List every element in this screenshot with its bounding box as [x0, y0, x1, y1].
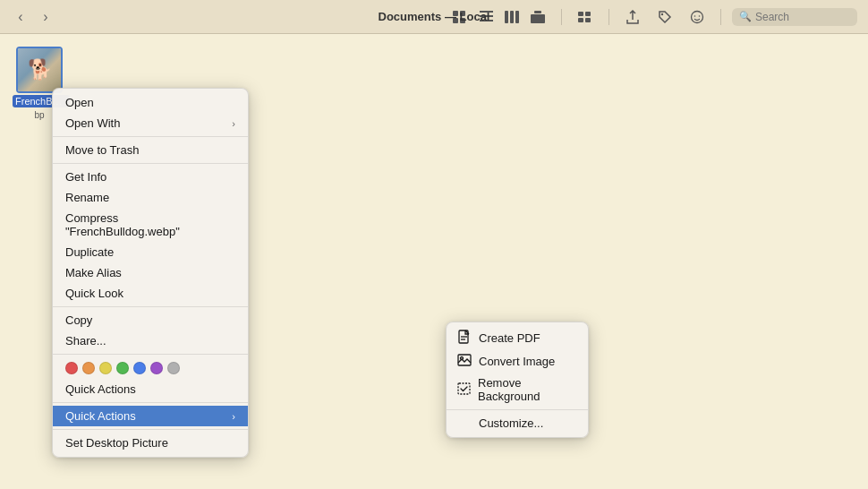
- svg-point-16: [661, 13, 663, 14]
- menu-item-copy[interactable]: Copy: [53, 310, 248, 330]
- menu-item-tags[interactable]: Quick Actions: [53, 379, 248, 399]
- svg-rect-8: [510, 11, 514, 23]
- submenu-remove-background[interactable]: Remove Background: [447, 373, 588, 407]
- nav-buttons: ‹ ›: [11, 7, 55, 27]
- svg-rect-13: [585, 12, 591, 16]
- remove-bg-icon: [457, 382, 471, 398]
- tag-purple[interactable]: [150, 362, 163, 374]
- separator-6: [53, 429, 248, 430]
- submenu-convert-image[interactable]: Convert Image: [447, 350, 588, 373]
- arrow-icon: ›: [232, 118, 235, 129]
- tag-yellow[interactable]: [99, 362, 112, 374]
- menu-item-quick-actions[interactable]: Quick Actions ›: [53, 406, 248, 426]
- menu-item-make-alias[interactable]: Make Alias: [53, 262, 248, 283]
- separator-4: [53, 354, 248, 355]
- svg-rect-14: [578, 18, 583, 22]
- dog-image: 🐕: [28, 58, 52, 82]
- menu-item-open-with[interactable]: Open With ›: [53, 113, 248, 133]
- menu-item-rename[interactable]: Rename: [53, 187, 248, 208]
- svg-point-19: [699, 15, 701, 17]
- separator-2: [53, 163, 248, 164]
- svg-point-18: [694, 15, 696, 17]
- separator-3: [53, 306, 248, 307]
- menu-item-set-desktop[interactable]: Set Desktop Picture: [53, 433, 248, 453]
- menu-item-move-to-trash[interactable]: Move to Trash: [53, 140, 248, 160]
- svg-rect-10: [531, 14, 545, 23]
- customize-label: Customize...: [479, 416, 543, 430]
- tags-row: [53, 357, 248, 379]
- separator-1: [53, 136, 248, 137]
- pdf-icon: [457, 330, 472, 347]
- remove-background-label: Remove Background: [478, 376, 577, 403]
- menu-item-open[interactable]: Open: [53, 92, 248, 113]
- menu-item-get-info[interactable]: Get Info: [53, 167, 248, 187]
- menu-item-quick-look[interactable]: Quick Look: [53, 283, 248, 304]
- tag-blue[interactable]: [133, 362, 146, 374]
- svg-rect-25: [458, 383, 470, 394]
- submenu-customize[interactable]: Customize...: [447, 413, 588, 433]
- titlebar: ‹ › Documents — Local: [0, 0, 868, 34]
- search-box[interactable]: 🔍: [732, 8, 857, 26]
- share-icon[interactable]: [620, 4, 645, 30]
- search-input[interactable]: [755, 11, 850, 23]
- column-view-icon[interactable]: [499, 4, 524, 30]
- emoji-icon[interactable]: [685, 4, 710, 30]
- back-button[interactable]: ‹: [11, 7, 30, 27]
- window-title: Documents — Local: [379, 10, 490, 23]
- tag-orange[interactable]: [82, 362, 95, 374]
- tag-icon[interactable]: [652, 4, 677, 30]
- tag-red[interactable]: [65, 362, 78, 374]
- file-thumbnail: 🐕: [16, 47, 63, 93]
- svg-rect-7: [505, 11, 508, 23]
- search-icon: 🔍: [739, 11, 752, 22]
- create-pdf-label: Create PDF: [479, 331, 540, 345]
- submenu-create-pdf[interactable]: Create PDF: [447, 326, 588, 350]
- separator-5: [53, 402, 248, 403]
- convert-image-icon: [457, 354, 472, 369]
- toolbar-icons: 🔍: [447, 4, 857, 30]
- tag-green[interactable]: [116, 362, 129, 374]
- menu-item-compress[interactable]: Compress "FrenchBulldog.webp": [53, 208, 248, 242]
- arrow-icon-quick-actions: ›: [232, 411, 235, 422]
- svg-rect-9: [515, 11, 519, 23]
- svg-rect-15: [585, 18, 591, 22]
- svg-rect-11: [534, 11, 541, 13]
- submenu-separator: [447, 409, 588, 410]
- quick-actions-submenu: Create PDF Convert Image Remove Backgrou…: [446, 322, 589, 438]
- svg-point-17: [692, 11, 703, 22]
- menu-item-share[interactable]: Share...: [53, 330, 248, 351]
- convert-image-label: Convert Image: [479, 355, 555, 368]
- group-icon[interactable]: [573, 4, 598, 30]
- menu-item-duplicate[interactable]: Duplicate: [53, 242, 248, 262]
- tag-gray[interactable]: [167, 362, 180, 374]
- context-menu: Open Open With › Move to Trash Get Info …: [52, 88, 249, 458]
- forward-button[interactable]: ›: [36, 7, 55, 27]
- svg-rect-12: [578, 12, 583, 16]
- content-area: 🐕 FrenchBulldo bp Open Open With › Move …: [0, 34, 868, 489]
- gallery-view-icon[interactable]: [525, 4, 550, 30]
